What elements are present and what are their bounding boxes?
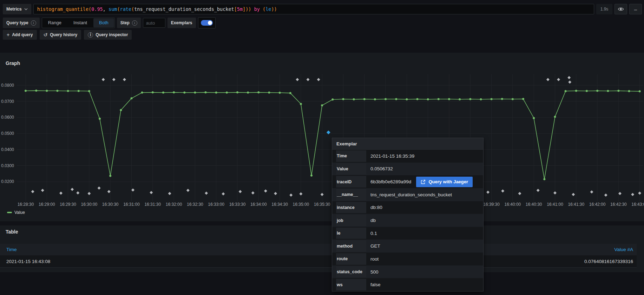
- data-point[interactable]: [25, 90, 27, 92]
- data-point[interactable]: [533, 117, 535, 119]
- exemplar-marker[interactable]: [98, 186, 101, 190]
- exemplar-marker[interactable]: [604, 194, 607, 197]
- data-point[interactable]: [205, 91, 207, 93]
- exemplar-marker[interactable]: [274, 192, 277, 195]
- exemplar-marker[interactable]: [59, 192, 63, 195]
- data-point[interactable]: [56, 90, 58, 92]
- data-point[interactable]: [236, 91, 238, 93]
- data-point[interactable]: [279, 92, 281, 94]
- exemplar-marker[interactable]: [41, 189, 44, 192]
- exemplar-marker[interactable]: [239, 190, 242, 193]
- exemplar-marker[interactable]: [112, 78, 116, 81]
- exemplars-toggle[interactable]: [198, 17, 216, 28]
- data-point[interactable]: [300, 103, 302, 105]
- data-point[interactable]: [321, 104, 323, 106]
- data-point[interactable]: [99, 118, 101, 120]
- exemplar-marker[interactable]: [572, 193, 575, 196]
- data-point[interactable]: [406, 98, 408, 100]
- exemplar-marker[interactable]: [251, 191, 255, 195]
- graph-svg[interactable]: 0.02000.03000.04000.05000.06000.07000.08…: [0, 72, 644, 207]
- data-point[interactable]: [152, 91, 154, 93]
- query-input[interactable]: histogram_quantile(0.95, sum(rate(tns_re…: [33, 4, 594, 14]
- exemplar-marker[interactable]: [168, 192, 171, 195]
- data-point[interactable]: [353, 98, 355, 100]
- data-point[interactable]: [512, 98, 514, 100]
- query-history-button[interactable]: ↺ Query history: [40, 30, 81, 40]
- data-point[interactable]: [416, 98, 419, 100]
- data-point[interactable]: [35, 90, 37, 92]
- exemplar-marker[interactable]: [264, 189, 267, 192]
- exemplar-marker[interactable]: [76, 191, 79, 195]
- data-point[interactable]: [141, 92, 143, 94]
- exemplar-marker[interactable]: [518, 192, 521, 195]
- exemplar-marker[interactable]: [631, 193, 634, 196]
- data-point[interactable]: [268, 92, 270, 94]
- data-point[interactable]: [480, 98, 482, 100]
- show-query-button[interactable]: [615, 4, 627, 14]
- exemplar-marker[interactable]: [307, 78, 310, 81]
- data-point[interactable]: [226, 92, 228, 94]
- data-point[interactable]: [427, 98, 429, 100]
- exemplar-marker[interactable]: [590, 190, 593, 194]
- data-point[interactable]: [607, 90, 609, 92]
- exemplar-marker[interactable]: [537, 189, 540, 192]
- data-point[interactable]: [310, 175, 313, 177]
- data-point[interactable]: [331, 98, 334, 100]
- data-point[interactable]: [173, 91, 175, 93]
- data-point[interactable]: [88, 90, 90, 92]
- data-point[interactable]: [342, 98, 344, 100]
- query-type-both[interactable]: Both: [93, 18, 114, 27]
- exemplar-marker[interactable]: [501, 189, 504, 192]
- data-point[interactable]: [289, 92, 291, 94]
- data-point[interactable]: [131, 97, 133, 99]
- data-point[interactable]: [109, 175, 111, 177]
- query-type-instant[interactable]: Instant: [68, 18, 93, 27]
- exemplar-marker[interactable]: [205, 192, 208, 195]
- data-point[interactable]: [628, 90, 630, 92]
- exemplar-marker[interactable]: [71, 188, 74, 191]
- data-point[interactable]: [67, 90, 69, 92]
- data-point[interactable]: [162, 92, 164, 94]
- data-point[interactable]: [586, 90, 588, 92]
- query-with-jaeger-button[interactable]: Query with Jaeger: [416, 177, 473, 187]
- data-point[interactable]: [522, 98, 524, 100]
- data-point[interactable]: [491, 98, 493, 100]
- data-point[interactable]: [257, 91, 259, 93]
- legend-item-value[interactable]: Value: [7, 210, 25, 215]
- exemplar-marker[interactable]: [107, 190, 111, 193]
- exemplar-marker[interactable]: [546, 78, 550, 81]
- exemplar-marker[interactable]: [186, 189, 190, 192]
- data-point[interactable]: [374, 98, 376, 100]
- data-point[interactable]: [385, 98, 387, 100]
- data-point[interactable]: [46, 90, 48, 92]
- exemplar-marker[interactable]: [567, 76, 571, 79]
- exemplar-marker[interactable]: [299, 192, 302, 195]
- datasource-picker[interactable]: Metrics: [3, 4, 31, 14]
- data-point[interactable]: [469, 98, 471, 100]
- data-point[interactable]: [543, 178, 545, 180]
- exemplar-marker[interactable]: [123, 78, 126, 81]
- data-point[interactable]: [575, 90, 577, 92]
- step-input[interactable]: [143, 18, 165, 28]
- data-point[interactable]: [247, 92, 249, 94]
- selected-exemplar-marker[interactable]: [327, 131, 330, 135]
- data-point[interactable]: [438, 98, 440, 100]
- exemplar-marker[interactable]: [296, 78, 299, 81]
- exemplar-marker[interactable]: [638, 192, 641, 195]
- exemplar-marker[interactable]: [222, 192, 225, 195]
- exemplar-marker[interactable]: [289, 194, 293, 197]
- data-point[interactable]: [459, 98, 461, 100]
- table-header-value[interactable]: Value #A: [614, 247, 633, 252]
- data-point[interactable]: [554, 116, 556, 118]
- exemplar-marker[interactable]: [87, 192, 91, 195]
- exemplar-marker[interactable]: [31, 190, 34, 193]
- data-point[interactable]: [215, 92, 217, 94]
- exemplar-marker[interactable]: [131, 188, 134, 191]
- exemplar-marker[interactable]: [321, 193, 324, 196]
- query-inspector-button[interactable]: i Query inspector: [84, 30, 132, 40]
- exemplar-marker[interactable]: [486, 191, 489, 194]
- exemplar-marker[interactable]: [557, 78, 560, 81]
- data-point[interactable]: [596, 90, 598, 92]
- add-query-button[interactable]: + Add query: [3, 30, 37, 40]
- exemplar-marker[interactable]: [553, 191, 557, 195]
